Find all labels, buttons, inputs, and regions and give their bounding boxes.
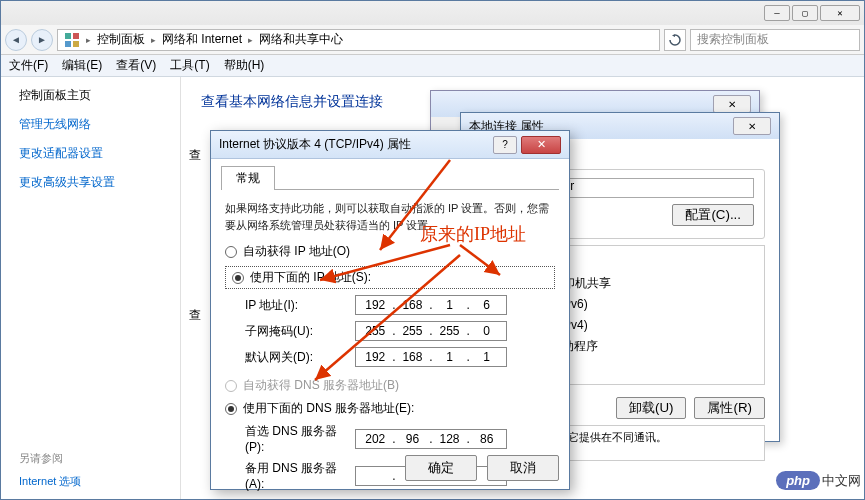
radio-auto-ip[interactable]: 自动获得 IP 地址(O) bbox=[225, 243, 555, 260]
address-bar[interactable]: ▸ 控制面板 ▸ 网络和 Internet ▸ 网络和共享中心 bbox=[57, 29, 660, 51]
radio-icon bbox=[225, 246, 237, 258]
menu-tools[interactable]: 工具(T) bbox=[170, 57, 209, 74]
sidebar-see-also: 另请参阅 Internet 选项 bbox=[19, 451, 162, 489]
truncated-text: 查 bbox=[189, 307, 201, 324]
cancel-button[interactable]: 取消 bbox=[487, 455, 559, 481]
truncated-text: 查 bbox=[189, 147, 201, 164]
php-badge: php bbox=[776, 471, 820, 490]
configure-button[interactable]: 配置(C)... bbox=[672, 204, 754, 226]
menu-file[interactable]: 文件(F) bbox=[9, 57, 48, 74]
sidebar-link-wireless[interactable]: 管理无线网络 bbox=[19, 116, 162, 133]
sidebar: 控制面板主页 管理无线网络 更改适配器设置 更改高级共享设置 另请参阅 Inte… bbox=[1, 77, 181, 499]
refresh-icon bbox=[669, 34, 681, 46]
dns2-label: 备用 DNS 服务器(A): bbox=[245, 460, 355, 491]
gateway-label: 默认网关(D): bbox=[245, 349, 355, 366]
close-button[interactable]: ✕ bbox=[733, 117, 771, 135]
tab-general[interactable]: 常规 bbox=[221, 166, 275, 190]
watermark-logo: php 中文网 bbox=[776, 471, 861, 490]
help-button[interactable]: ? bbox=[493, 136, 517, 154]
breadcrumb-item[interactable]: 网络和共享中心 bbox=[259, 31, 343, 48]
menu-view[interactable]: 查看(V) bbox=[116, 57, 156, 74]
subnet-mask-input[interactable]: 255.255.255.0 bbox=[355, 321, 507, 341]
sidebar-link-internet-options[interactable]: Internet 选项 bbox=[19, 474, 162, 489]
search-input[interactable]: 搜索控制面板 bbox=[690, 29, 860, 51]
menu-edit[interactable]: 编辑(E) bbox=[62, 57, 102, 74]
radio-manual-dns[interactable]: 使用下面的 DNS 服务器地址(E): bbox=[225, 400, 555, 417]
titlebar: — ▢ ✕ bbox=[1, 1, 864, 25]
chevron-right-icon: ▸ bbox=[248, 35, 253, 45]
properties-button[interactable]: 属性(R) bbox=[694, 397, 765, 419]
refresh-button[interactable] bbox=[664, 29, 686, 51]
breadcrumb-item[interactable]: 网络和 Internet bbox=[162, 31, 242, 48]
gateway-input[interactable]: 192.168.1.1 bbox=[355, 347, 507, 367]
back-button[interactable]: ◄ bbox=[5, 29, 27, 51]
see-also-label: 另请参阅 bbox=[19, 451, 162, 466]
navbar: ◄ ► ▸ 控制面板 ▸ 网络和 Internet ▸ 网络和共享中心 搜索控制… bbox=[1, 25, 864, 55]
chevron-right-icon: ▸ bbox=[151, 35, 156, 45]
svg-rect-3 bbox=[73, 41, 79, 47]
sidebar-home[interactable]: 控制面板主页 bbox=[19, 87, 162, 104]
ipv4-properties-dialog: Internet 协议版本 4 (TCP/IPv4) 属性 ? ✕ 常规 如果网… bbox=[210, 130, 570, 490]
svg-rect-1 bbox=[73, 33, 79, 39]
radio-label: 使用下面的 DNS 服务器地址(E): bbox=[243, 400, 414, 417]
minimize-button[interactable]: — bbox=[764, 5, 790, 21]
radio-label: 使用下面的 IP 地址(S): bbox=[250, 269, 371, 286]
radio-label: 自动获得 IP 地址(O) bbox=[243, 243, 350, 260]
dns1-input[interactable]: 202.96.128.86 bbox=[355, 429, 507, 449]
sidebar-link-sharing[interactable]: 更改高级共享设置 bbox=[19, 174, 162, 191]
close-button[interactable]: ✕ bbox=[521, 136, 561, 154]
svg-rect-0 bbox=[65, 33, 71, 39]
ip-address-label: IP 地址(I): bbox=[245, 297, 355, 314]
radio-icon bbox=[225, 403, 237, 415]
control-panel-icon bbox=[64, 32, 80, 48]
radio-manual-ip[interactable]: 使用下面的 IP 地址(S): bbox=[225, 266, 555, 289]
menubar: 文件(F) 编辑(E) 查看(V) 工具(T) 帮助(H) bbox=[1, 55, 864, 77]
search-placeholder: 搜索控制面板 bbox=[697, 31, 769, 48]
ip-address-input[interactable]: 192.168.1.6 bbox=[355, 295, 507, 315]
note-text: 如果网络支持此功能，则可以获取自动指派的 IP 设置。否则，您需要从网络系统管理… bbox=[221, 200, 559, 233]
close-icon[interactable]: ✕ bbox=[713, 95, 751, 113]
dialog-title-text: Internet 协议版本 4 (TCP/IPv4) 属性 bbox=[219, 136, 411, 153]
radio-label: 自动获得 DNS 服务器地址(B) bbox=[243, 377, 399, 394]
radio-auto-dns: 自动获得 DNS 服务器地址(B) bbox=[225, 377, 555, 394]
radio-icon bbox=[232, 272, 244, 284]
dns1-label: 首选 DNS 服务器(P): bbox=[245, 423, 355, 454]
tab-strip: 常规 bbox=[221, 165, 559, 190]
sidebar-link-adapter[interactable]: 更改适配器设置 bbox=[19, 145, 162, 162]
php-cn-text: 中文网 bbox=[822, 472, 861, 490]
svg-rect-2 bbox=[65, 41, 71, 47]
forward-button[interactable]: ► bbox=[31, 29, 53, 51]
chevron-right-icon: ▸ bbox=[86, 35, 91, 45]
breadcrumb-item[interactable]: 控制面板 bbox=[97, 31, 145, 48]
dialog-titlebar[interactable]: Internet 协议版本 4 (TCP/IPv4) 属性 ? ✕ bbox=[211, 131, 569, 159]
ok-button[interactable]: 确定 bbox=[405, 455, 477, 481]
uninstall-button[interactable]: 卸载(U) bbox=[616, 397, 687, 419]
maximize-button[interactable]: ▢ bbox=[792, 5, 818, 21]
menu-help[interactable]: 帮助(H) bbox=[224, 57, 265, 74]
radio-icon bbox=[225, 380, 237, 392]
close-button[interactable]: ✕ bbox=[820, 5, 860, 21]
subnet-mask-label: 子网掩码(U): bbox=[245, 323, 355, 340]
